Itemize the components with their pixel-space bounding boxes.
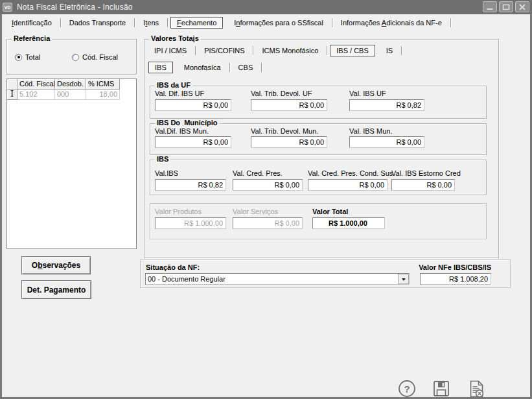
tab-informacoes-ssfiscal[interactable]: Informações para o SSfiscal — [226, 17, 332, 29]
valor-nfe-field[interactable]: R$ 1.008,20 — [420, 273, 491, 285]
cancel-document-button[interactable] — [465, 378, 486, 399]
close-icon — [518, 3, 526, 11]
cell-cod-fiscal[interactable]: 5.102 — [17, 90, 55, 100]
grid-header-row: Cód. Fiscal Desdob. % ICMS — [7, 79, 136, 90]
situacao-combo[interactable]: 00 - Documento Regular — [145, 273, 410, 285]
tab-separator — [327, 46, 327, 55]
ibs-uf-group: IBS da UF Val. Dif. IBS UF R$ 0,00 Val. … — [150, 86, 487, 119]
valor-produtos-field: R$ 1.000,00 — [155, 217, 226, 229]
val-trib-devol-mun-field[interactable]: R$ 0,00 — [251, 136, 327, 148]
window-title: Nota Fiscal Eletrônica - Inclusão — [17, 3, 133, 12]
tab-fechamento[interactable]: Fechamento — [170, 17, 223, 29]
tab-separator — [261, 63, 262, 72]
close-button[interactable] — [515, 1, 529, 12]
tab-separator — [450, 18, 451, 27]
tab-pis-cofins[interactable]: PIS/COFINS — [196, 45, 253, 56]
tab-ibs[interactable]: IBS — [148, 62, 173, 73]
val-ibs-field[interactable]: R$ 0,82 — [155, 179, 226, 191]
help-icon: ? — [397, 379, 417, 398]
situacao-panel: Situação da NF: 00 - Documento Regular V… — [140, 260, 511, 288]
ibs-cbs-tab-strip: IBS Monofasíca CBS — [146, 60, 262, 75]
ibs-municipio-legend: IBS Do Município — [155, 119, 220, 127]
val-cred-pres-field[interactable]: R$ 0,00 — [233, 179, 303, 191]
grid-col-cod-fiscal[interactable]: Cód. Fiscal — [17, 79, 55, 90]
valor-total-label: Valor Total — [312, 208, 348, 215]
val-trib-devol-uf-field[interactable]: R$ 0,00 — [251, 99, 327, 111]
cell-icms[interactable]: 18,00 — [86, 90, 120, 100]
save-button[interactable] — [431, 378, 452, 399]
grid-col-desdob[interactable]: Desdob. — [55, 79, 86, 90]
valor-nfe-label: Valor NFe IBS/CBS/IS — [362, 263, 491, 271]
tab-separator — [167, 18, 168, 27]
referencia-legend: Referência — [12, 34, 52, 42]
situacao-combo-value: 00 - Documento Regular — [146, 275, 398, 283]
tab-is[interactable]: IS — [378, 45, 401, 56]
val-ibs-mun-field[interactable]: R$ 0,00 — [349, 136, 424, 148]
val-dif-ibs-mun-field[interactable]: R$ 0,00 — [155, 136, 231, 148]
combo-dropdown-button[interactable] — [398, 274, 409, 284]
table-row[interactable]: I 5.102 000 18,00 — [7, 90, 136, 100]
cell-desdob[interactable]: 000 — [55, 90, 86, 100]
valores-totais-group: Valores Totais IPI / ICMS PIS/COFINS ICM… — [144, 39, 499, 258]
det-pagamento-button[interactable]: Det. Pagamento — [21, 280, 91, 299]
tab-dados-transporte[interactable]: Dados Transporte — [61, 17, 134, 29]
val-ibs-estorno-cred-field[interactable]: R$ 0,00 — [391, 179, 455, 191]
tab-ipi-icms[interactable]: IPI / ICMS — [146, 45, 195, 56]
radio-cod-fiscal[interactable]: Cód. Fiscal — [72, 53, 118, 61]
valor-total-field: R$ 1.000,00 — [312, 217, 385, 229]
tab-itens[interactable]: Itens — [135, 17, 167, 29]
situacao-label: Situação da NF: — [146, 263, 200, 271]
val-cred-pres-label: Val. Cred. Pres. — [233, 169, 283, 177]
radio-cod-fiscal-label: Cód. Fiscal — [82, 53, 118, 61]
val-ibs-label: Val.IBS — [155, 169, 178, 177]
app-icon: VD — [3, 3, 12, 12]
val-ibs-uf-field[interactable]: R$ 0,82 — [349, 99, 424, 111]
chevron-down-icon — [402, 278, 406, 283]
app-icon-text: VD — [5, 5, 11, 10]
minimize-button[interactable] — [483, 1, 497, 12]
row-edit-indicator-icon: I — [7, 90, 17, 100]
tab-identificacao[interactable]: Identificação — [3, 17, 60, 29]
nota-fiscal-window: VD Nota Fiscal Eletrônica - Inclusão Ide… — [0, 0, 532, 399]
cancel-document-icon — [466, 379, 485, 398]
val-trib-devol-mun-label: Val. Trib. Devol. Mun. — [251, 127, 318, 135]
radio-total-dot — [15, 54, 22, 61]
ibs-municipio-group: IBS Do Município Val.Dif. IBS Mun. R$ 0,… — [150, 123, 487, 155]
valor-produtos-label: Valor Produtos — [155, 208, 202, 215]
val-ibs-estorno-cred-label: Val. IBS Estorno Cred — [391, 169, 461, 177]
val-cred-pres-cond-sus-field[interactable]: R$ 0,00 — [308, 179, 387, 191]
val-ibs-uf-label: Val. IBS UF — [349, 90, 386, 97]
totais-panel: Valor Produtos R$ 1.000,00 Valor Serviço… — [150, 203, 487, 239]
grid-indicator-header — [7, 79, 17, 90]
valor-servicos-field: R$ 0,00 — [233, 217, 303, 229]
ibs-group: IBS Val.IBS R$ 0,82 Val. Cred. Pres. R$ … — [150, 160, 487, 195]
val-ibs-mun-label: Val. IBS Mun. — [349, 127, 392, 135]
radio-total[interactable]: Total — [15, 53, 40, 61]
tab-icms-monofasico[interactable]: ICMS Monofásico — [253, 45, 327, 56]
tab-informacoes-adicionais[interactable]: Informações Adicionais da NF-e — [332, 17, 450, 29]
grid-col-icms[interactable]: % ICMS — [86, 79, 120, 90]
window-frame-left — [0, 14, 2, 399]
tab-monofasica[interactable]: Monofasíca — [176, 62, 229, 73]
radio-cod-fiscal-dot — [72, 54, 79, 61]
tab-cbs[interactable]: CBS — [230, 62, 262, 73]
tab-ibs-cbs[interactable]: IBS / CBS — [330, 45, 375, 56]
tab-separator — [401, 46, 402, 55]
svg-text:?: ? — [404, 383, 410, 394]
valores-tab-strip: IPI / ICMS PIS/COFINS ICMS Monofásico IB… — [146, 43, 402, 58]
main-tab-strip: Identificação Dados Transporte Itens Fec… — [3, 16, 451, 30]
valor-servicos-label: Valor Serviços — [233, 208, 278, 215]
help-button[interactable]: ? — [397, 378, 417, 399]
val-cred-pres-cond-sus-label: Val. Cred. Pres. Cond. Sus. — [308, 169, 395, 177]
val-dif-ibs-uf-label: Val. Dif. IBS UF — [155, 90, 204, 97]
save-icon — [432, 379, 451, 398]
cod-fiscal-grid[interactable]: Cód. Fiscal Desdob. % ICMS I 5.102 000 1… — [6, 79, 137, 249]
val-dif-ibs-mun-label: Val.Dif. IBS Mun. — [155, 127, 209, 135]
valores-totais-legend: Valores Totais — [149, 34, 201, 42]
ibs-uf-legend: IBS da UF — [155, 81, 192, 89]
maximize-button[interactable] — [499, 1, 513, 12]
val-dif-ibs-uf-field[interactable]: R$ 0,00 — [155, 99, 231, 111]
observacoes-button[interactable]: Observações — [21, 256, 91, 274]
radio-total-label: Total — [25, 53, 40, 61]
ibs-legend: IBS — [155, 155, 170, 163]
